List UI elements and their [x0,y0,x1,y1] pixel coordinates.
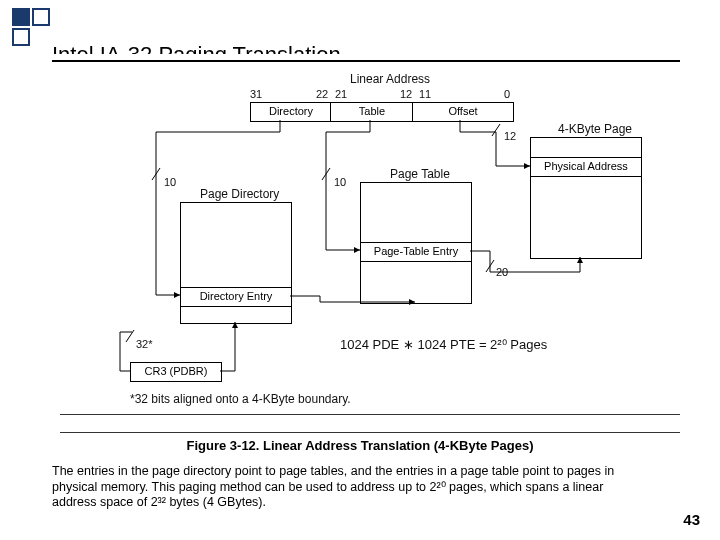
svg-line-2 [492,124,500,136]
bit-tick: 31 [250,88,262,100]
slide-title: Intel IA-32 Paging Translation [52,42,341,68]
cr3-register: CR3 (PDBR) [130,362,222,382]
page-table-entry: Page-Table Entry [360,242,472,262]
svg-line-0 [152,168,160,180]
title-divider [52,60,680,62]
address-translation-diagram: Linear Address 31 22 21 12 11 0 Director… [60,72,680,433]
page-number: 43 [683,511,700,528]
svg-line-4 [126,330,134,342]
bit-tick: 22 [316,88,328,100]
bit-tick: 11 [419,88,431,100]
svg-line-3 [486,260,494,272]
page-box [530,137,642,259]
physical-address-entry: Physical Address [530,157,642,177]
pde-pte-equation: 1024 PDE ∗ 1024 PTE = 2²⁰ Pages [340,337,547,352]
explanatory-text: The entries in the page directory point … [52,464,640,511]
field-directory: Directory [250,102,332,122]
bit-tick: 12 [400,88,412,100]
slide-logo [12,8,56,44]
slash-pte-bits: 20 [496,266,508,278]
svg-line-1 [322,168,330,180]
directory-entry: Directory Entry [180,287,292,307]
linear-address-label: Linear Address [350,72,430,86]
bit-tick: 21 [335,88,347,100]
field-table: Table [330,102,414,122]
page-directory-label: Page Directory [200,187,279,201]
slash-table-bits: 10 [334,176,346,188]
figure-divider [60,414,680,415]
alignment-footnote: *32 bits aligned onto a 4-KByte boundary… [130,392,351,406]
slash-offset-bits: 12 [504,130,516,142]
bit-tick: 0 [504,88,510,100]
figure-caption: Figure 3-12. Linear Address Translation … [0,438,720,453]
page-label: 4-KByte Page [558,122,632,136]
slash-dir-bits: 10 [164,176,176,188]
field-offset: Offset [412,102,514,122]
page-table-label: Page Table [390,167,450,181]
slash-cr3-bits: 32* [136,338,153,350]
